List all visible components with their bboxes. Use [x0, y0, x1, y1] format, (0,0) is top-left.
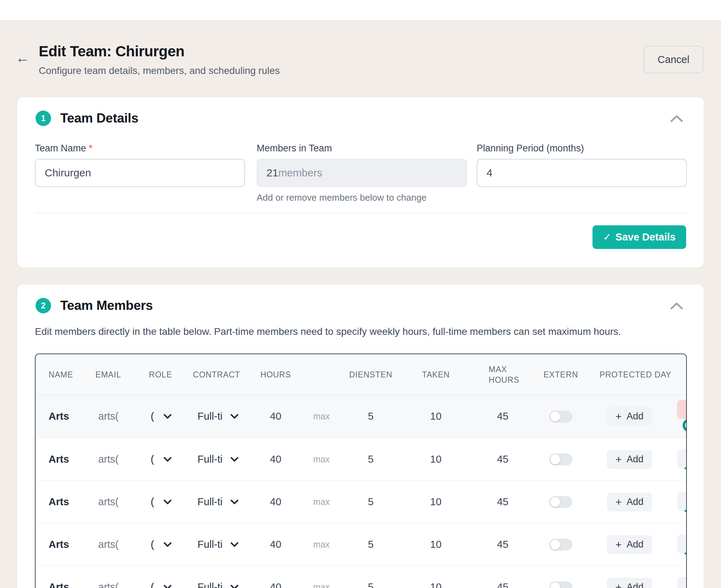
- diensten-value[interactable]: 5: [339, 539, 402, 550]
- role-select[interactable]: (: [142, 411, 184, 422]
- diensten-value[interactable]: 5: [339, 581, 402, 588]
- extern-toggle[interactable]: [549, 453, 572, 465]
- toggle-knob: [550, 412, 560, 421]
- cancel-button[interactable]: Cancel: [644, 46, 703, 73]
- max-hours-value[interactable]: 45: [469, 496, 536, 508]
- chevron-down-icon: [163, 457, 172, 462]
- hours-value[interactable]: 40: [247, 453, 304, 465]
- diensten-value[interactable]: 5: [339, 496, 402, 508]
- planning-period-input[interactable]: 4: [477, 159, 687, 187]
- collapse-team-details-button[interactable]: [670, 115, 683, 124]
- team-details-title: Team Details: [60, 111, 138, 126]
- clipped-overflow-cell: [673, 395, 687, 438]
- taken-value[interactable]: 10: [402, 539, 469, 550]
- extern-toggle[interactable]: [549, 581, 572, 588]
- back-arrow-icon[interactable]: ←: [15, 51, 30, 65]
- step-1-badge: 1: [36, 111, 51, 126]
- member-name: Arts: [49, 539, 89, 550]
- role-value: (: [151, 411, 154, 422]
- chevron-down-icon: [163, 542, 172, 547]
- clipped-teal-icon: [684, 507, 687, 515]
- toggle-knob: [550, 455, 560, 464]
- extern-toggle[interactable]: [549, 496, 572, 508]
- hours-value[interactable]: 40: [247, 411, 304, 422]
- taken-value[interactable]: 10: [402, 411, 469, 422]
- team-members-title: Team Members: [60, 298, 153, 313]
- contract-value: Full-ti: [198, 453, 222, 465]
- contract-select[interactable]: Full-ti: [184, 453, 247, 465]
- plus-icon: +: [615, 411, 622, 423]
- clipped-overflow-cell: [673, 438, 687, 481]
- team-name-label: Team Name *: [35, 143, 93, 154]
- chevron-up-icon: [670, 302, 683, 310]
- contract-select[interactable]: Full-ti: [184, 411, 247, 422]
- contract-select[interactable]: Full-ti: [184, 581, 247, 588]
- max-hours-value[interactable]: 45: [469, 581, 536, 588]
- clipped-teal-icon: [684, 550, 687, 557]
- contract-select[interactable]: Full-ti: [184, 539, 247, 550]
- role-select[interactable]: (: [142, 496, 184, 508]
- plus-icon: +: [615, 453, 622, 465]
- col-header-diensten: DIENSTEN: [339, 369, 402, 380]
- role-value: (: [151, 453, 154, 465]
- collapse-team-members-button[interactable]: [670, 302, 683, 311]
- diensten-value[interactable]: 5: [339, 411, 402, 422]
- max-hours-value[interactable]: 45: [469, 539, 536, 550]
- members-helper-text: Add or remove members below to change: [257, 192, 427, 203]
- clipped-pill: [677, 400, 687, 419]
- clipped-overflow-cell: [673, 481, 687, 523]
- hours-value[interactable]: 40: [247, 539, 304, 550]
- page-title: Edit Team: Chirurgen: [39, 43, 184, 60]
- taken-value[interactable]: 10: [402, 496, 469, 508]
- add-protected-day-button[interactable]: + Add: [607, 450, 652, 469]
- max-hours-value[interactable]: 45: [469, 453, 536, 465]
- hours-value[interactable]: 40: [247, 496, 304, 508]
- extern-toggle[interactable]: [549, 411, 572, 423]
- add-button-label: Add: [627, 539, 644, 550]
- contract-value: Full-ti: [198, 581, 222, 588]
- role-select[interactable]: (: [142, 453, 184, 465]
- add-protected-day-button[interactable]: + Add: [607, 535, 652, 554]
- members-count-value: 21: [267, 167, 278, 179]
- table-header-row: NAME EMAIL ROLE CONTRACT HOURS DIENSTEN …: [36, 354, 686, 395]
- max-hours-value[interactable]: 45: [469, 411, 536, 422]
- chevron-up-icon: [670, 115, 683, 123]
- member-email: arts(: [89, 496, 142, 508]
- edit-team-screen: ← Edit Team: Chirurgen Configure team de…: [0, 0, 721, 588]
- toggle-knob: [550, 582, 560, 588]
- contract-select[interactable]: Full-ti: [184, 496, 247, 508]
- taken-value[interactable]: 10: [402, 453, 469, 465]
- add-button-label: Add: [627, 582, 644, 588]
- max-hint-label: max: [304, 411, 339, 421]
- role-select[interactable]: (: [142, 539, 184, 550]
- add-button-label: Add: [627, 454, 644, 465]
- add-protected-day-button[interactable]: + Add: [607, 493, 652, 512]
- member-name: Arts: [49, 411, 89, 422]
- taken-value[interactable]: 10: [402, 581, 469, 588]
- diensten-value[interactable]: 5: [339, 453, 402, 465]
- col-header-hours: HOURS: [247, 369, 304, 380]
- members-table: NAME EMAIL ROLE CONTRACT HOURS DIENSTEN …: [35, 354, 687, 588]
- hours-value[interactable]: 40: [247, 581, 304, 588]
- add-protected-day-button[interactable]: + Add: [607, 578, 652, 588]
- col-header-email: EMAIL: [89, 369, 142, 380]
- chevron-down-icon: [230, 499, 239, 505]
- contract-value: Full-ti: [198, 411, 222, 422]
- add-protected-day-button[interactable]: + Add: [607, 407, 652, 426]
- team-name-input[interactable]: Chirurgen: [35, 159, 245, 187]
- role-value: (: [151, 581, 154, 588]
- chevron-down-icon: [163, 414, 172, 419]
- role-select[interactable]: (: [142, 581, 184, 588]
- contract-value: Full-ti: [198, 539, 222, 550]
- clipped-teal-icon: [683, 419, 687, 432]
- table-body: Arts arts( ( Full-ti 40 max 5 10 45 + Ad…: [36, 395, 686, 588]
- role-value: (: [151, 496, 154, 508]
- toggle-knob: [550, 540, 560, 550]
- extern-toggle[interactable]: [549, 539, 572, 551]
- step-2-badge: 2: [36, 298, 51, 313]
- member-email: arts(: [89, 539, 142, 550]
- save-details-button[interactable]: ✓ Save Details: [593, 225, 686, 249]
- planning-period-label: Planning Period (months): [477, 143, 584, 154]
- members-in-team-label: Members in Team: [257, 143, 332, 154]
- plus-icon: +: [615, 539, 622, 551]
